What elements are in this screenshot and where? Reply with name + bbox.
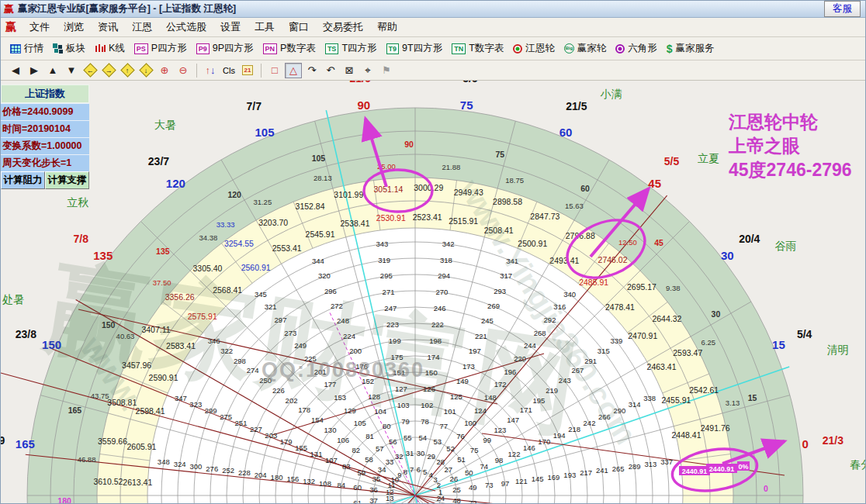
svg-text:246: 246 xyxy=(434,304,446,312)
calc-support-button[interactable]: 计算支撑 xyxy=(45,171,89,189)
menu-item-4[interactable]: 公式选股 xyxy=(159,18,213,36)
svg-text:346: 346 xyxy=(208,337,220,345)
toolbar-label: 赢家轮 xyxy=(577,42,607,55)
svg-text:34.38: 34.38 xyxy=(199,233,217,242)
svg-text:124: 124 xyxy=(474,406,487,415)
toolbar-label: T四方形 xyxy=(341,42,376,55)
diamond-up-icon[interactable]: ↑ xyxy=(119,63,136,78)
rotate-cw-icon[interactable]: ↷ xyxy=(303,63,320,78)
svg-text:74: 74 xyxy=(480,462,488,471)
zoom-in-icon[interactable]: ⊕ xyxy=(156,63,173,78)
step-left-icon[interactable]: ◀ xyxy=(7,63,24,78)
toolbar-item-T四方形[interactable]: TST四方形 xyxy=(320,40,382,57)
svg-text:2515.91: 2515.91 xyxy=(449,216,478,226)
gann-wheel-chart[interactable]: 赢家财富网 www.Yingjia360.com WWW. 1234567891… xyxy=(1,81,865,503)
info-rows: 价格=2440.9099时间=20190104变换系数=1.00000周天变化步… xyxy=(1,103,89,171)
menu-item-1[interactable]: 浏览 xyxy=(57,18,91,36)
toolbar-item-赢家轮[interactable]: Big赢家轮 xyxy=(559,40,611,57)
square-tool-icon[interactable]: □ xyxy=(266,63,283,78)
cls-label-icon[interactable]: Cls xyxy=(220,63,237,78)
svg-text:49: 49 xyxy=(469,483,477,492)
svg-text:3: 3 xyxy=(434,475,438,484)
svg-text:343: 343 xyxy=(376,240,388,248)
jump-up-icon[interactable]: ▲ xyxy=(44,63,61,78)
toolbar-item-P四方形[interactable]: PSP四方形 xyxy=(130,40,192,57)
instrument-name: 上证指数 xyxy=(1,85,89,103)
toolbar-item-9P四方形[interactable]: P99P四方形 xyxy=(192,40,258,57)
rim-degree-label: 150 xyxy=(42,338,61,351)
toolbar-label: 六角形 xyxy=(628,42,657,55)
jump-down-icon[interactable]: ▼ xyxy=(63,63,80,78)
svg-text:72: 72 xyxy=(469,499,477,503)
menu-item-8[interactable]: 交易委托 xyxy=(316,18,370,36)
box-x-icon[interactable]: ⊠ xyxy=(341,63,358,78)
svg-text:318: 318 xyxy=(440,256,452,264)
svg-text:196: 196 xyxy=(504,368,516,376)
svg-text:75: 75 xyxy=(470,446,479,454)
toolbar-item-T数字表[interactable]: TNT数字表 xyxy=(447,40,508,57)
menu-item-3[interactable]: 江恩 xyxy=(125,18,159,36)
toolbar-item-江恩轮[interactable]: 江恩轮 xyxy=(508,40,559,57)
toolbar-item-赢家服务[interactable]: $赢家服务 xyxy=(662,40,719,57)
calc-resistance-button[interactable]: 计算阻力 xyxy=(1,171,45,189)
svg-text:149: 149 xyxy=(456,377,469,385)
toolbar-item-P数字表[interactable]: PNP数字表 xyxy=(258,40,320,57)
hexagon-icon xyxy=(615,44,625,54)
updown-marker-icon[interactable]: ↑↓ xyxy=(202,63,219,78)
svg-text:203: 203 xyxy=(265,431,277,440)
svg-text:342: 342 xyxy=(442,240,455,248)
menu-item-2[interactable]: 资讯 xyxy=(91,18,125,36)
diamond-down-icon[interactable]: ↓ xyxy=(137,63,154,78)
menu-item-6[interactable]: 工具 xyxy=(248,18,282,36)
svg-text:98: 98 xyxy=(495,456,504,464)
svg-text:222: 222 xyxy=(431,320,444,329)
calendar-21-icon[interactable]: 21 xyxy=(239,63,256,78)
svg-text:37.50: 37.50 xyxy=(153,278,171,287)
toolbar-item-板块[interactable]: 板块 xyxy=(48,40,90,57)
rim-date-label: 21/3 xyxy=(823,434,843,447)
toolbar-item-六角形[interactable]: 六角形 xyxy=(611,40,662,57)
zoom-out-icon[interactable]: ⊖ xyxy=(175,63,192,78)
support-button[interactable]: 客服 xyxy=(824,1,861,17)
rim-date-label: 21/5 xyxy=(566,100,587,112)
svg-text:2553.41: 2553.41 xyxy=(272,243,302,253)
service-dollar-icon: $ xyxy=(667,43,673,55)
svg-text:97: 97 xyxy=(501,479,510,488)
rim-degree-label: 105 xyxy=(255,126,274,139)
svg-text:73: 73 xyxy=(485,481,494,489)
svg-text:3457.96: 3457.96 xyxy=(122,361,151,370)
svg-text:43.75: 43.75 xyxy=(91,392,109,400)
toolbar-item-K线[interactable]: K线 xyxy=(90,40,130,57)
menu-item-9[interactable]: 帮助 xyxy=(370,18,404,36)
svg-text:266: 266 xyxy=(598,413,611,421)
rim-degree-label: 90 xyxy=(357,98,370,112)
svg-text:300: 300 xyxy=(190,462,203,471)
svg-text:320: 320 xyxy=(318,271,331,280)
rotate-ccw-icon[interactable]: ↶ xyxy=(322,63,339,78)
menu-item-5[interactable]: 设置 xyxy=(213,18,248,36)
svg-text:154: 154 xyxy=(311,416,324,424)
step-right-icon[interactable]: ▶ xyxy=(26,63,43,78)
svg-text:241: 241 xyxy=(596,466,608,475)
svg-text:105: 105 xyxy=(354,419,366,427)
menu-item-0[interactable]: 文件 xyxy=(23,18,57,36)
toolbar-item-9T四方形[interactable]: T99T四方形 xyxy=(382,40,448,57)
diamond-left-icon[interactable]: ← xyxy=(81,63,99,78)
triangle-tool-icon[interactable]: △ xyxy=(285,63,302,78)
svg-text:107: 107 xyxy=(325,456,338,464)
svg-text:3610.52: 3610.52 xyxy=(93,477,123,486)
svg-text:106: 106 xyxy=(337,436,349,444)
menu-item-7[interactable]: 窗口 xyxy=(282,18,316,36)
svg-text:219: 219 xyxy=(546,386,558,395)
flag-tool-icon[interactable]: ⚑ xyxy=(378,63,395,78)
toolbar-item-行情[interactable]: 行情 xyxy=(5,40,48,57)
svg-text:3356.26: 3356.26 xyxy=(165,292,195,302)
diamond-right-icon[interactable]: → xyxy=(100,63,117,78)
svg-text:228: 228 xyxy=(238,468,251,477)
svg-text:223: 223 xyxy=(386,320,399,329)
crosshair-icon[interactable]: ⌖ xyxy=(359,63,376,78)
svg-text:146: 146 xyxy=(523,444,535,452)
badge-TS: TS xyxy=(325,43,339,54)
svg-text:2470.91: 2470.91 xyxy=(628,331,657,340)
svg-text:314: 314 xyxy=(629,400,641,409)
